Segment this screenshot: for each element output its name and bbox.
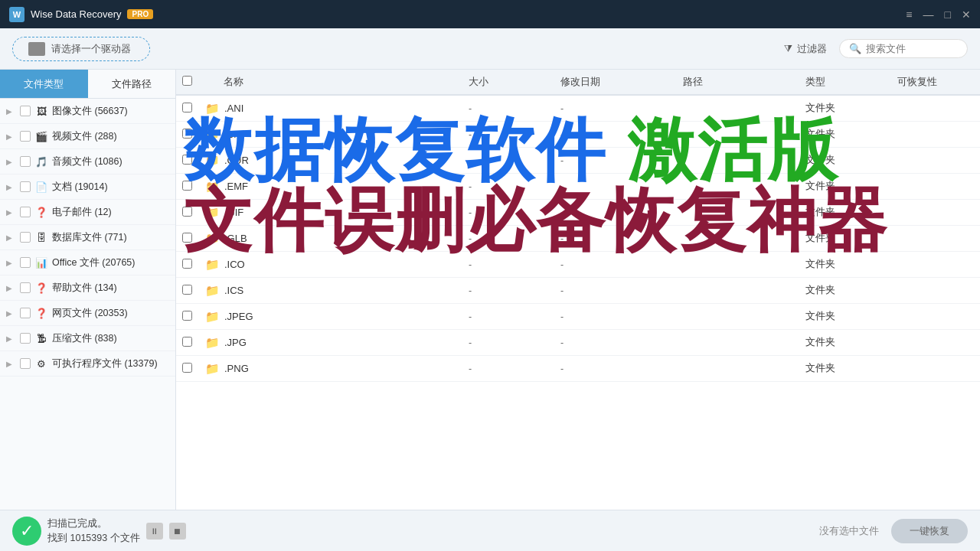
- sidebar-category-item[interactable]: ▶ 🖼 图像文件 (56637): [0, 99, 175, 124]
- table-row[interactable]: 📁 .PNG - - 文件夹: [176, 356, 980, 382]
- header-recoverability: 可恢复性: [897, 75, 974, 89]
- row-type: 文件夹: [805, 206, 897, 219]
- row-type: 文件夹: [805, 128, 897, 141]
- maximize-icon[interactable]: □: [945, 9, 951, 20]
- header-check: [182, 76, 205, 88]
- table-row[interactable]: 📁 .EMF - - 文件夹: [176, 174, 980, 200]
- sidebar-category-item[interactable]: ▶ 🎬 视频文件 (288): [0, 124, 175, 149]
- sidebar-category-item[interactable]: ▶ 📊 Office 文件 (20765): [0, 250, 175, 276]
- row-checkbox[interactable]: [182, 181, 192, 191]
- sidebar-category-item[interactable]: ▶ ❓ 电子邮件 (12): [0, 200, 175, 225]
- row-date: -: [560, 311, 683, 322]
- stop-button[interactable]: ⏹: [169, 523, 186, 540]
- expand-arrow: ▶: [6, 132, 17, 141]
- expand-arrow: ▶: [6, 183, 17, 191]
- row-size: -: [469, 207, 560, 218]
- window-controls: ≡ — □ ✕: [906, 9, 971, 20]
- header-date: 修改日期: [560, 75, 683, 89]
- search-input[interactable]: [866, 43, 958, 54]
- sidebar-category-item[interactable]: ▶ ❓ 网页文件 (20353): [0, 301, 175, 326]
- row-name: 📁 .PNG: [205, 362, 469, 376]
- row-checkbox[interactable]: [182, 103, 192, 112]
- scan-done-text: 扫描已完成。: [47, 517, 140, 530]
- sidebar-category-item[interactable]: ▶ 📄 文档 (19014): [0, 174, 175, 200]
- pro-badge: PRO: [127, 9, 153, 19]
- row-checkbox[interactable]: [182, 311, 192, 321]
- row-checkbox[interactable]: [182, 363, 192, 373]
- row-checkbox-cell: [182, 259, 205, 271]
- table-row[interactable]: 📁 .ICS - - 文件夹: [176, 278, 980, 304]
- menu-icon[interactable]: ≡: [906, 9, 912, 20]
- row-date: -: [560, 181, 683, 192]
- close-icon[interactable]: ✕: [962, 9, 971, 20]
- filter-button[interactable]: ⧩ 过滤器: [784, 42, 827, 56]
- category-checkbox: [20, 308, 31, 318]
- row-size: -: [469, 285, 560, 296]
- tab-file-path[interactable]: 文件路径: [88, 70, 176, 98]
- row-name: 📁 .GLB: [205, 232, 469, 246]
- category-label: 图像文件 (56637): [52, 105, 169, 118]
- folder-icon: 📁: [205, 258, 220, 272]
- table-row[interactable]: 📁 .JPG - - 文件夹: [176, 330, 980, 356]
- sidebar-category-item[interactable]: ▶ ⚙ 可执行程序文件 (13379): [0, 351, 175, 377]
- row-checkbox-cell: [182, 155, 205, 167]
- row-checkbox[interactable]: [182, 207, 192, 217]
- category-label: 可执行程序文件 (13379): [52, 357, 169, 370]
- table-row[interactable]: 📁 .GLB - - 文件夹: [176, 226, 980, 252]
- sidebar-category-item[interactable]: ▶ 🎵 音频文件 (1086): [0, 149, 175, 174]
- row-checkbox[interactable]: [182, 233, 192, 243]
- sidebar-category-item[interactable]: ▶ 🗄 数据库文件 (771): [0, 225, 175, 250]
- row-date: -: [560, 155, 683, 166]
- table-row[interactable]: 📁 .ANI - - 文件夹: [176, 96, 980, 122]
- table-row[interactable]: 📁 .BMP - - 文件夹: [176, 122, 980, 148]
- sidebar-category-item[interactable]: ▶ 🗜 压缩文件 (838): [0, 326, 175, 351]
- row-checkbox[interactable]: [182, 129, 192, 139]
- table-header: 名称 大小 修改日期 路径 类型 可恢复性: [176, 70, 980, 96]
- category-checkbox: [20, 207, 31, 217]
- row-checkbox-cell: [182, 103, 205, 115]
- category-icon: 🖼: [34, 103, 49, 119]
- row-name-text: .CUR: [224, 155, 249, 166]
- toolbar-right: ⧩ 过滤器 🔍: [784, 39, 968, 58]
- pause-button[interactable]: ⏸: [146, 523, 163, 540]
- row-checkbox[interactable]: [182, 155, 192, 165]
- row-size: -: [469, 311, 560, 322]
- row-checkbox[interactable]: [182, 259, 192, 269]
- table-row[interactable]: 📁 .ICO - - 文件夹: [176, 252, 980, 278]
- status-bar: ✓ 扫描已完成。 找到 1015393 个文件 ⏸ ⏹ 没有选中文件 一键恢复: [0, 510, 980, 551]
- table-row[interactable]: 📁 .GIF - - 文件夹: [176, 200, 980, 226]
- select-all-checkbox[interactable]: [182, 76, 192, 86]
- search-box: 🔍: [839, 39, 968, 58]
- content-area: 文件类型 文件路径 ▶ 🖼 图像文件 (56637) ▶ 🎬 视频文件 (288…: [0, 70, 980, 510]
- expand-arrow: ▶: [6, 334, 17, 343]
- row-name: 📁 .ANI: [205, 102, 469, 116]
- recover-button[interactable]: 一键恢复: [891, 519, 968, 543]
- row-checkbox[interactable]: [182, 337, 192, 347]
- header-size: 大小: [469, 75, 560, 89]
- expand-arrow: ▶: [6, 208, 17, 217]
- row-type: 文件夹: [805, 180, 897, 193]
- row-type: 文件夹: [805, 232, 897, 245]
- table-row[interactable]: 📁 .JPEG - - 文件夹: [176, 304, 980, 330]
- row-name: 📁 .ICO: [205, 258, 469, 272]
- category-icon: 🗄: [34, 230, 49, 245]
- row-date: -: [560, 103, 683, 114]
- minimize-icon[interactable]: —: [923, 9, 934, 20]
- app-icon: W: [9, 7, 24, 22]
- tab-file-type[interactable]: 文件类型: [0, 70, 88, 98]
- scan-complete-icon: ✓: [12, 517, 41, 546]
- table-row[interactable]: 📁 .CUR - - 文件夹: [176, 148, 980, 174]
- row-type: 文件夹: [805, 102, 897, 115]
- category-icon: ⚙: [34, 356, 49, 371]
- row-checkbox-cell: [182, 181, 205, 193]
- category-checkbox: [20, 358, 31, 369]
- category-list: ▶ 🖼 图像文件 (56637) ▶ 🎬 视频文件 (288) ▶ 🎵 音频文件…: [0, 99, 175, 510]
- status-text: 扫描已完成。 找到 1015393 个文件: [47, 517, 140, 545]
- category-checkbox: [20, 106, 31, 116]
- row-checkbox[interactable]: [182, 285, 192, 295]
- category-label: 电子邮件 (12): [52, 206, 169, 219]
- sidebar-category-item[interactable]: ▶ ❓ 帮助文件 (134): [0, 276, 175, 301]
- drive-selector[interactable]: 请选择一个驱动器: [12, 37, 150, 61]
- category-label: 音频文件 (1086): [52, 155, 169, 168]
- row-name: 📁 .ICS: [205, 284, 469, 298]
